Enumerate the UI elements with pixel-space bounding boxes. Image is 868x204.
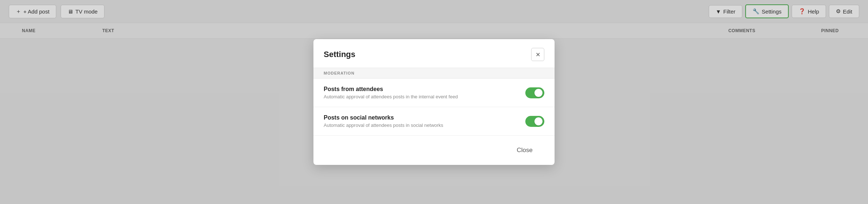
setting-title-social: Posts on social networks — [324, 114, 443, 121]
close-icon: ✕ — [536, 51, 540, 58]
setting-title-attendees: Posts from attendees — [324, 86, 458, 92]
modal-header: Settings ✕ — [313, 39, 555, 68]
setting-info-attendees: Posts from attendees Automatic approval … — [324, 86, 458, 99]
modal-close-button[interactable]: ✕ — [531, 48, 544, 61]
toggle-social[interactable] — [525, 116, 544, 127]
toggle-thumb-attendees — [534, 89, 542, 97]
moderation-section-label: MODERATION — [313, 68, 555, 79]
modal-close-footer-button[interactable]: Close — [505, 143, 544, 158]
setting-row-attendees: Posts from attendees Automatic approval … — [313, 79, 555, 107]
toggle-attendees[interactable] — [525, 87, 544, 98]
setting-row-social: Posts on social networks Automatic appro… — [313, 107, 555, 136]
modal-title: Settings — [324, 50, 355, 59]
settings-modal: Settings ✕ MODERATION Posts from attende… — [313, 39, 555, 165]
toggle-track-social — [525, 116, 544, 127]
overlay: Settings ✕ MODERATION Posts from attende… — [0, 0, 868, 204]
setting-info-social: Posts on social networks Automatic appro… — [324, 114, 443, 128]
toggle-track-attendees — [525, 87, 544, 98]
setting-desc-attendees: Automatic approval of attendees posts in… — [324, 94, 458, 99]
setting-desc-social: Automatic approval of attendees posts in… — [324, 122, 443, 128]
modal-footer: Close — [313, 136, 555, 165]
toggle-thumb-social — [534, 117, 542, 125]
